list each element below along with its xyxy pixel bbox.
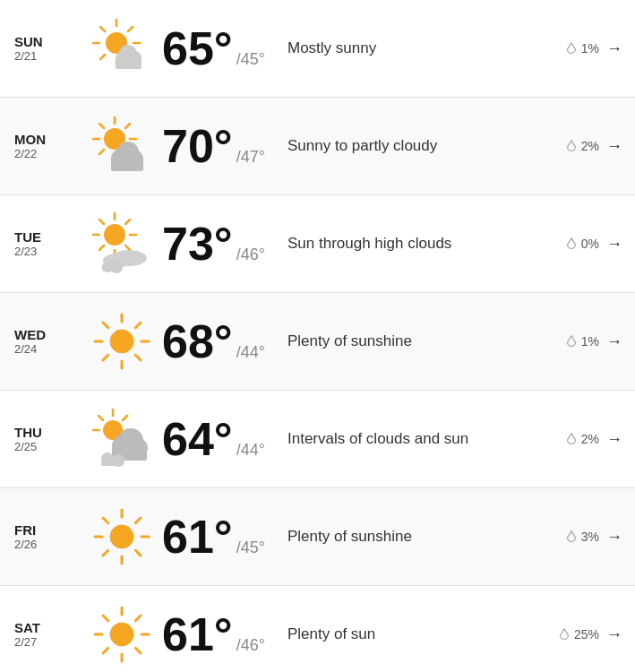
weather-row[interactable]: MON 2/22 70° /47° Sunny to partly cloudy (0, 98, 635, 195)
day-date: 2/21 (14, 49, 82, 63)
day-column: THU 2/25 (14, 425, 82, 453)
day-date: 2/27 (14, 635, 82, 649)
svg-rect-25 (111, 157, 143, 171)
precip-value: 0% (581, 237, 599, 251)
temp-low: /46° (236, 246, 265, 264)
day-column: TUE 2/23 (14, 229, 82, 258)
day-name: MON (14, 132, 82, 147)
description: Intervals of clouds and sun (279, 430, 536, 448)
weather-row[interactable]: WED 2/24 68° /44° Plenty of sunshine 1% … (0, 293, 635, 391)
description: Sun through high clouds (279, 235, 536, 253)
weather-icon-column (82, 309, 162, 374)
svg-rect-39 (102, 264, 122, 271)
svg-rect-61 (101, 457, 124, 466)
weather-icon-column (82, 602, 162, 667)
svg-line-48 (103, 355, 108, 360)
raindrop-icon (565, 237, 578, 251)
temperature-column: 64° /44° (162, 416, 279, 462)
svg-line-77 (135, 648, 141, 653)
svg-line-34 (99, 246, 104, 250)
description: Plenty of sunshine (279, 528, 536, 546)
description: Plenty of sun (279, 625, 536, 643)
weather-row[interactable]: FRI 2/26 61° /45° Plenty of sunshine 3% … (0, 488, 635, 586)
day-column: WED 2/24 (14, 327, 82, 356)
svg-line-46 (135, 355, 141, 360)
detail-arrow[interactable]: → (599, 235, 621, 254)
raindrop-icon (565, 139, 578, 153)
temperature-column: 68° /44° (162, 318, 279, 365)
temp-high: 61° (162, 611, 233, 658)
day-name: WED (14, 327, 82, 342)
detail-arrow[interactable]: → (599, 528, 621, 547)
weather-icon-column (82, 16, 162, 81)
day-date: 2/22 (14, 147, 82, 160)
raindrop-icon (558, 627, 571, 642)
svg-line-76 (103, 616, 108, 621)
weather-icon-column (82, 504, 162, 569)
temperature-column: 65° /45° (162, 25, 279, 72)
precipitation: 2% (536, 139, 599, 153)
svg-line-20 (125, 124, 130, 128)
raindrop-icon (565, 41, 578, 56)
temperature-column: 61° /45° (162, 513, 279, 560)
svg-point-26 (104, 224, 125, 246)
svg-point-40 (110, 330, 133, 353)
temp-high: 64° (162, 416, 233, 462)
temp-low: /44° (236, 343, 265, 362)
svg-line-7 (128, 27, 133, 31)
description: Plenty of sunshine (279, 332, 536, 350)
description: Sunny to partly cloudy (279, 137, 536, 155)
weather-icon-column (82, 114, 162, 178)
weather-row[interactable]: SAT 2/27 61° /46° Plenty of sun 25% → (0, 586, 635, 672)
temp-high: 65° (162, 25, 233, 72)
detail-arrow[interactable]: → (599, 430, 621, 449)
day-date: 2/26 (14, 538, 82, 551)
precipitation: 25% (536, 627, 599, 642)
precipitation: 1% (536, 334, 599, 349)
detail-arrow[interactable]: → (599, 137, 621, 156)
day-name: TUE (14, 229, 82, 245)
weather-row[interactable]: SUN 2/21 65° /45° Mostly sunny 1% (0, 0, 635, 98)
svg-line-8 (100, 55, 105, 59)
temperature-column: 70° /47° (162, 123, 279, 169)
day-column: SAT 2/27 (14, 620, 82, 649)
temperature-column: 61° /46° (162, 611, 279, 658)
svg-line-52 (99, 416, 103, 420)
precip-value: 1% (581, 41, 599, 56)
svg-point-71 (110, 623, 133, 646)
svg-line-5 (100, 27, 105, 31)
svg-line-33 (125, 220, 130, 224)
day-name: SUN (14, 34, 82, 49)
precip-value: 3% (581, 530, 599, 544)
svg-line-21 (99, 150, 104, 154)
svg-line-78 (135, 616, 141, 621)
day-column: SUN 2/21 (14, 34, 82, 63)
raindrop-icon (565, 432, 578, 446)
svg-line-67 (103, 518, 108, 523)
detail-arrow[interactable]: → (599, 625, 621, 644)
svg-line-18 (99, 124, 104, 128)
precip-value: 2% (581, 432, 599, 446)
day-date: 2/23 (14, 245, 82, 258)
weather-row[interactable]: THU 2/25 64° /44° Intervals of clouds an… (0, 391, 635, 488)
svg-rect-12 (116, 56, 142, 69)
day-name: THU (14, 425, 82, 440)
svg-line-68 (135, 550, 141, 556)
svg-line-79 (103, 648, 108, 653)
temp-low: /45° (236, 538, 265, 557)
precip-value: 25% (574, 627, 599, 642)
day-name: SAT (14, 620, 82, 635)
weather-row[interactable]: TUE 2/23 73° /46° Sun through high cloud… (0, 195, 635, 293)
description: Mostly sunny (279, 39, 536, 57)
precip-value: 1% (581, 334, 599, 349)
precip-value: 2% (581, 139, 599, 153)
temp-high: 70° (162, 123, 233, 169)
detail-arrow[interactable]: → (599, 332, 621, 351)
day-date: 2/25 (14, 440, 82, 453)
svg-line-45 (103, 323, 108, 328)
detail-arrow[interactable]: → (599, 39, 621, 58)
temp-high: 73° (162, 220, 233, 267)
svg-line-31 (99, 220, 104, 224)
day-column: MON 2/22 (14, 132, 82, 160)
precipitation: 2% (536, 432, 599, 446)
